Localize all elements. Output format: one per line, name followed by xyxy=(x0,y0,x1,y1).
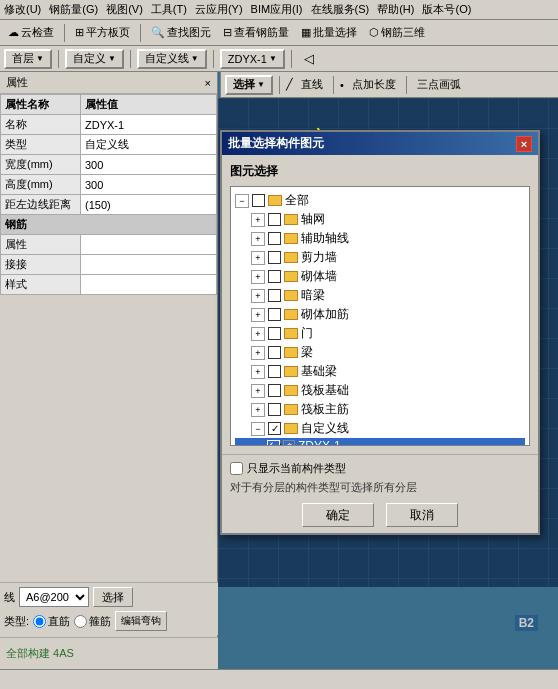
prop-value-dist: (150) xyxy=(81,195,217,215)
menu-bar: 修改(U) 钢筋量(G) 视图(V) 工具(T) 云应用(Y) BIM应用(I)… xyxy=(0,0,558,20)
expander-brick[interactable]: + xyxy=(251,270,265,284)
steel-3d-btn[interactable]: ⬡ 钢筋三维 xyxy=(365,23,429,42)
prop-label-name: 名称 xyxy=(1,115,81,135)
batch-select-label: 批量选择 xyxy=(313,25,357,40)
tree-item-raft-steel[interactable]: + 筏板主筋 xyxy=(235,400,525,419)
prop-section-steel-label: 钢筋 xyxy=(1,215,217,235)
expander-door[interactable]: + xyxy=(251,327,265,341)
straight-radio[interactable] xyxy=(33,615,46,628)
tree-item-raft[interactable]: + 筏板基础 xyxy=(235,381,525,400)
sep6 xyxy=(291,50,292,68)
tree-item-door[interactable]: + 门 xyxy=(235,324,525,343)
element-select[interactable]: ZDYX-1 ▼ xyxy=(220,49,285,69)
dialog-close-btn[interactable]: × xyxy=(516,136,532,152)
point-tool-btn[interactable]: 点加长度 xyxy=(348,75,400,94)
sep4 xyxy=(130,50,131,68)
tree-item-axis[interactable]: + 轴网 xyxy=(235,210,525,229)
menu-item-tools[interactable]: 工具(T) xyxy=(151,2,187,17)
ok-button[interactable]: 确定 xyxy=(302,503,374,527)
checkbox-all[interactable] xyxy=(252,194,265,207)
tree-item-foundation-beam[interactable]: + 基础梁 xyxy=(235,362,525,381)
select-icon: ▦ xyxy=(301,26,311,39)
checkbox-bs[interactable] xyxy=(268,308,281,321)
expander-hb[interactable]: + xyxy=(251,289,265,303)
prop-value-name: ZDYX-1 xyxy=(81,115,217,135)
selection-count: 全部构建 4AS xyxy=(6,646,74,661)
tree-item-brick[interactable]: + 砌体墙 xyxy=(235,267,525,286)
prop-row-height: 高度(mm) 300 xyxy=(1,175,217,195)
checkbox-fb[interactable] xyxy=(268,365,281,378)
folder-icon-door xyxy=(284,328,298,339)
toolbar2: 首层 ▼ 自定义 ▼ 自定义线 ▼ ZDYX-1 ▼ ◁ xyxy=(0,46,558,72)
cloud-check-label: 云检查 xyxy=(21,25,54,40)
tree-item-beam[interactable]: + 梁 xyxy=(235,343,525,362)
tree-label-aux: 辅助轴线 xyxy=(301,230,349,247)
expander-axis[interactable]: + xyxy=(251,213,265,227)
menu-item-help[interactable]: 帮助(H) xyxy=(377,2,414,17)
expander-aux[interactable]: + xyxy=(251,232,265,246)
tree-item-shear[interactable]: + 剪力墙 xyxy=(235,248,525,267)
cloud-check-btn[interactable]: ☁ 云检查 xyxy=(4,23,58,42)
expander-shear[interactable]: + xyxy=(251,251,265,265)
tree-item-all[interactable]: − 全部 xyxy=(235,191,525,210)
axis2-select[interactable]: 自定义线 ▼ xyxy=(137,49,207,69)
menu-item-modify[interactable]: 修改(U) xyxy=(4,2,41,17)
folder-icon-raft xyxy=(284,385,298,396)
folder-icon-shear xyxy=(284,252,298,263)
tree-item-custom-line[interactable]: − 自定义线 xyxy=(235,419,525,438)
checkbox-beam[interactable] xyxy=(268,346,281,359)
element-label: ZDYX-1 xyxy=(228,53,267,65)
view-steel-btn[interactable]: ⊟ 查看钢筋量 xyxy=(219,23,293,42)
checkbox-hb[interactable] xyxy=(268,289,281,302)
expander-cl[interactable]: − xyxy=(251,422,265,436)
edit-hook-btn[interactable]: 编辑弯钩 xyxy=(115,611,167,631)
select-mode-btn[interactable]: 选择 ▼ xyxy=(225,75,273,95)
cancel-button[interactable]: 取消 xyxy=(386,503,458,527)
expander-raft[interactable]: + xyxy=(251,384,265,398)
menu-item-cloud[interactable]: 云应用(Y) xyxy=(195,2,243,17)
expander-all[interactable]: − xyxy=(235,194,249,208)
expander-bs[interactable]: + xyxy=(251,308,265,322)
tree-item-hidden-beam[interactable]: + 暗梁 xyxy=(235,286,525,305)
batch-select-dialog[interactable]: 批量选择构件图元 × 图元选择 − 全部 + 轴网 + xyxy=(220,130,540,535)
cloud-icon: ☁ xyxy=(8,26,19,39)
axis1-arrow: ▼ xyxy=(108,54,116,63)
separator2 xyxy=(140,24,141,42)
expander-fb[interactable]: + xyxy=(251,365,265,379)
batch-select-btn[interactable]: ▦ 批量选择 xyxy=(297,23,361,42)
checkbox-rs[interactable] xyxy=(268,403,281,416)
select-steel-btn[interactable]: 选择 xyxy=(93,587,133,607)
find-element-btn[interactable]: 🔍 查找图元 xyxy=(147,23,215,42)
checkbox-axis[interactable] xyxy=(268,213,281,226)
steel-select[interactable]: A6@200 xyxy=(19,587,89,607)
checkbox-shear[interactable] xyxy=(268,251,281,264)
tree-view[interactable]: − 全部 + 轴网 + 辅助轴线 + xyxy=(230,186,530,446)
line-tool-btn[interactable]: 直线 xyxy=(297,75,327,94)
bent-radio[interactable] xyxy=(74,615,87,628)
tree-item-brick-steel[interactable]: + 砌体加筋 xyxy=(235,305,525,324)
checkbox-door[interactable] xyxy=(268,327,281,340)
menu-item-version[interactable]: 版本号(O) xyxy=(422,2,471,17)
tree-item-aux[interactable]: + 辅助轴线 xyxy=(235,229,525,248)
menu-item-steel[interactable]: 钢筋量(G) xyxy=(49,2,98,17)
expander-beam[interactable]: + xyxy=(251,346,265,360)
show-current-only-checkbox[interactable] xyxy=(230,462,243,475)
arc-tool-btn[interactable]: 三点画弧 xyxy=(413,75,465,94)
menu-item-view[interactable]: 视图(V) xyxy=(106,2,143,17)
menu-item-online[interactable]: 在线服务(S) xyxy=(311,2,370,17)
prev-btn[interactable]: ◁ xyxy=(298,48,320,70)
axis1-select[interactable]: 自定义 ▼ xyxy=(65,49,124,69)
expander-rs[interactable]: + xyxy=(251,403,265,417)
panel-close-icon[interactable]: × xyxy=(205,77,211,89)
checkbox-zdyx1[interactable]: ✓ xyxy=(267,440,280,447)
flat-board-btn[interactable]: ⊞ 平方板页 xyxy=(71,23,134,42)
tree-item-zdyx1[interactable]: ✓ ⚙ ZDYX-1 xyxy=(235,438,525,446)
checkbox-brick[interactable] xyxy=(268,270,281,283)
checkbox-cl[interactable] xyxy=(268,422,281,435)
tree-label-shear: 剪力墙 xyxy=(301,249,337,266)
checkbox-aux[interactable] xyxy=(268,232,281,245)
menu-item-bim[interactable]: BIM应用(I) xyxy=(251,2,303,17)
floor-select[interactable]: 首层 ▼ xyxy=(4,49,52,69)
bottom-select-row1: 线 A6@200 选择 xyxy=(4,587,214,607)
checkbox-raft[interactable] xyxy=(268,384,281,397)
